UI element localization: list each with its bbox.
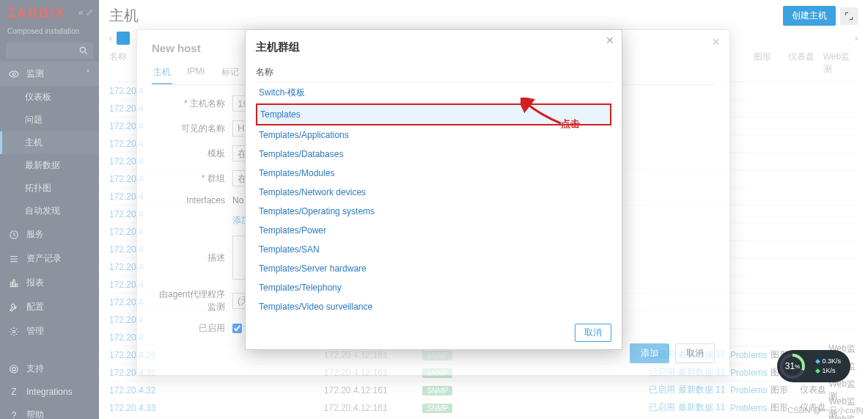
svg-point-12	[12, 367, 16, 371]
close-icon[interactable]: ✕	[606, 34, 614, 46]
nav-admin[interactable]: 管理	[0, 319, 99, 343]
enabled-checkbox[interactable]	[232, 324, 242, 333]
svg-rect-8	[13, 280, 15, 286]
nav-reports[interactable]: 报表	[0, 271, 99, 295]
svg-point-0	[80, 47, 85, 52]
tab-tags[interactable]: 标记	[220, 62, 240, 84]
nav-sub-problems[interactable]: 问题	[0, 109, 99, 131]
group-item[interactable]: Templates/Modules	[256, 164, 611, 183]
nav-inventory[interactable]: 资产记录	[0, 247, 99, 271]
groups-dialog-title: 主机群组	[256, 40, 611, 54]
group-item[interactable]: Templates/Applications	[256, 125, 611, 145]
group-item[interactable]: Switch-模板	[256, 82, 611, 103]
brand-subtitle: Composed installation	[0, 27, 99, 40]
nav-sub-hosts[interactable]: 主机	[0, 131, 99, 154]
group-item[interactable]: Templates/Operating systems	[256, 202, 611, 221]
expand-icon	[844, 11, 854, 21]
network-gauge: 31% ◆ 0.3K/s ◆ 1K/s	[777, 350, 850, 382]
group-item[interactable]: Templates/SAN	[256, 240, 611, 259]
groups-cancel-button[interactable]: 取消	[575, 324, 611, 342]
wrench-icon	[9, 302, 19, 313]
groups-col-name: 名称	[256, 63, 611, 82]
group-item[interactable]: Templates/Databases	[256, 145, 611, 164]
z-icon: Z	[9, 387, 19, 397]
chevron-up-icon: ˄	[86, 69, 90, 79]
nav-services[interactable]: 服务	[0, 222, 99, 247]
nav-config[interactable]: 配置	[0, 295, 99, 319]
svg-point-2	[12, 73, 15, 76]
lifebuoy-icon	[9, 364, 19, 374]
nav-help[interactable]: ?帮助	[0, 403, 99, 419]
annotation-text: 点击	[561, 117, 580, 131]
th-web: Web监测	[823, 51, 858, 76]
eye-icon	[9, 69, 19, 79]
sidebar: « ⤢ ZABBIX Composed installation 监测 ˄ 仪表…	[0, 0, 99, 419]
group-item[interactable]: Templates/Network devices	[256, 183, 611, 202]
nav-integrations[interactable]: ZIntegrations	[0, 381, 99, 403]
group-item[interactable]: Templates	[256, 103, 611, 125]
gear-icon	[9, 327, 19, 337]
group-item[interactable]: Templates/Telephony	[256, 278, 611, 297]
clock-icon	[9, 230, 19, 240]
group-item[interactable]: Templates/Power	[256, 221, 611, 240]
filter-icon[interactable]	[117, 32, 130, 45]
nav-sub-dashboard[interactable]: 仪表板	[0, 86, 99, 109]
svg-line-1	[85, 52, 87, 54]
th-dash: 仪表盘	[788, 51, 823, 76]
table-row[interactable]: 172.20.4.32172.20.4.12:161SNMP已启用最新数据 11…	[109, 382, 858, 399]
svg-rect-9	[15, 284, 17, 287]
group-item[interactable]: Templates/Server hardware	[256, 259, 611, 278]
svg-point-10	[12, 330, 15, 333]
cancel-button[interactable]: 取消	[675, 343, 715, 363]
host-groups-dialog: ✕ 主机群组 名称 Switch-模板TemplatesTemplates/Ap…	[245, 29, 622, 350]
search-input[interactable]	[6, 43, 93, 59]
nav-sub-discovery[interactable]: 自动发现	[0, 200, 99, 222]
th-graph: 图形	[754, 51, 788, 76]
svg-point-11	[10, 365, 18, 373]
table-row[interactable]: 172.20.4.33172.20.4.12:161SNMP已启用最新数据 11…	[109, 399, 858, 417]
close-icon[interactable]: ✕	[712, 36, 721, 48]
add-button[interactable]: 添加	[630, 343, 669, 363]
page-title: 主机	[109, 6, 139, 26]
collapse-icons[interactable]: « ⤢	[78, 7, 93, 18]
nav-monitoring[interactable]: 监测 ˄	[0, 62, 99, 86]
nav-sub-maps[interactable]: 拓扑图	[0, 177, 99, 200]
group-item[interactable]: Templates/Video surveillance	[256, 297, 611, 316]
chevron-left-icon[interactable]: ‹	[109, 33, 112, 43]
create-host-button[interactable]: 创建主机	[783, 6, 836, 26]
bar-icon	[9, 278, 19, 288]
tab-ipmi[interactable]: IPMI	[185, 62, 207, 84]
question-icon: ?	[9, 410, 19, 420]
search-icon	[78, 45, 89, 56]
watermark: CSDN @一只小cai狗	[788, 405, 864, 416]
fullscreen-button[interactable]	[840, 7, 858, 25]
chevron-right-icon[interactable]: ›	[855, 33, 858, 43]
svg-rect-7	[10, 282, 12, 286]
nav-support[interactable]: 支持	[0, 357, 99, 381]
list-icon	[9, 254, 19, 264]
nav-sub-latest[interactable]: 最新数据	[0, 154, 99, 177]
tab-host[interactable]: 主机	[152, 62, 172, 84]
